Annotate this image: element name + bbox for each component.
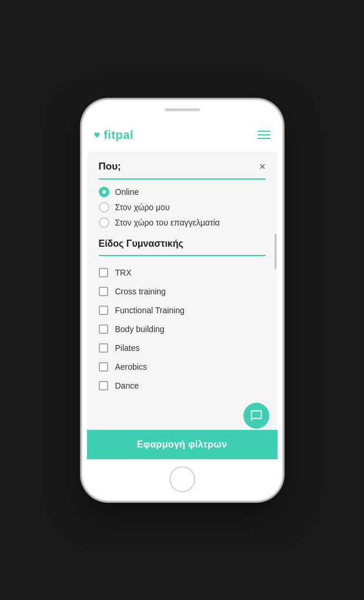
logo: ♥ fitpal <box>94 128 133 142</box>
close-button[interactable]: × <box>259 161 266 172</box>
radio-pro-place[interactable] <box>99 217 109 228</box>
checkbox-dance[interactable] <box>99 381 108 390</box>
app-content: ♥ fitpal Που; × Online <box>82 119 282 459</box>
exercise-option-dance[interactable]: Dance <box>99 376 266 395</box>
filter-title: Που; <box>99 161 121 173</box>
exercise-option-trx[interactable]: TRX <box>99 263 266 282</box>
radio-online[interactable] <box>99 187 109 197</box>
checkbox-cross-training[interactable] <box>99 287 108 296</box>
apply-filters-button[interactable]: Εφαρμογή φίλτρων <box>87 430 278 459</box>
chat-icon <box>250 409 263 422</box>
filter-panel: Που; × Online Στον χώρο μου <box>87 151 278 459</box>
checkbox-body-building[interactable] <box>99 324 108 334</box>
navbar: ♥ fitpal <box>82 119 282 151</box>
checkbox-dance-label: Dance <box>115 381 139 390</box>
checkbox-trx-label: TRX <box>115 268 132 277</box>
checkbox-aerobics[interactable] <box>99 362 108 372</box>
hamburger-line-1 <box>258 131 271 132</box>
logo-text: fitpal <box>103 128 133 142</box>
phone-home-button[interactable] <box>169 466 195 492</box>
exercise-section-divider <box>99 255 266 256</box>
checkbox-cross-training-label: Cross training <box>115 287 166 296</box>
filter-body: Online Στον χώρο μου Στον χώρο του επαγγ… <box>87 180 278 430</box>
checkbox-body-building-label: Body building <box>115 324 165 334</box>
checkbox-functional-training-label: Functional Training <box>115 306 185 315</box>
hamburger-menu-button[interactable] <box>258 131 271 139</box>
location-option-my-place[interactable]: Στον χώρο μου <box>99 202 266 213</box>
checkbox-aerobics-label: Aerobics <box>115 362 147 372</box>
exercise-option-functional-training[interactable]: Functional Training <box>99 301 266 320</box>
chat-bubble-button[interactable] <box>243 403 269 429</box>
location-option-online[interactable]: Online <box>99 187 266 197</box>
checkbox-pilates-label: Pilates <box>115 343 140 353</box>
location-radio-group: Online Στον χώρο μου Στον χώρο του επαγγ… <box>99 187 266 228</box>
radio-online-label: Online <box>115 187 139 197</box>
radio-my-place-label: Στον χώρο μου <box>115 203 170 212</box>
radio-my-place[interactable] <box>99 202 109 213</box>
location-option-pro-place[interactable]: Στον χώρο του επαγγελματία <box>99 217 266 228</box>
exercise-option-body-building[interactable]: Body building <box>99 320 266 339</box>
exercise-option-pilates[interactable]: Pilates <box>99 339 266 357</box>
exercise-section-title: Είδος Γυμναστικής <box>99 238 266 249</box>
filter-header: Που; × <box>87 151 278 178</box>
exercise-option-cross-training[interactable]: Cross training <box>99 282 266 301</box>
exercise-checkbox-group: TRX Cross training Functional Training B… <box>99 263 266 395</box>
checkbox-trx[interactable] <box>99 268 108 277</box>
hamburger-line-3 <box>258 138 271 139</box>
logo-heart-icon: ♥ <box>94 129 101 141</box>
checkbox-pilates[interactable] <box>99 343 108 353</box>
hamburger-line-2 <box>258 134 271 135</box>
checkbox-functional-training[interactable] <box>99 306 108 315</box>
scroll-indicator <box>275 234 276 269</box>
exercise-option-aerobics[interactable]: Aerobics <box>99 357 266 376</box>
radio-pro-place-label: Στον χώρο του επαγγελματία <box>115 218 220 227</box>
phone-frame: ♥ fitpal Που; × Online <box>82 100 282 500</box>
